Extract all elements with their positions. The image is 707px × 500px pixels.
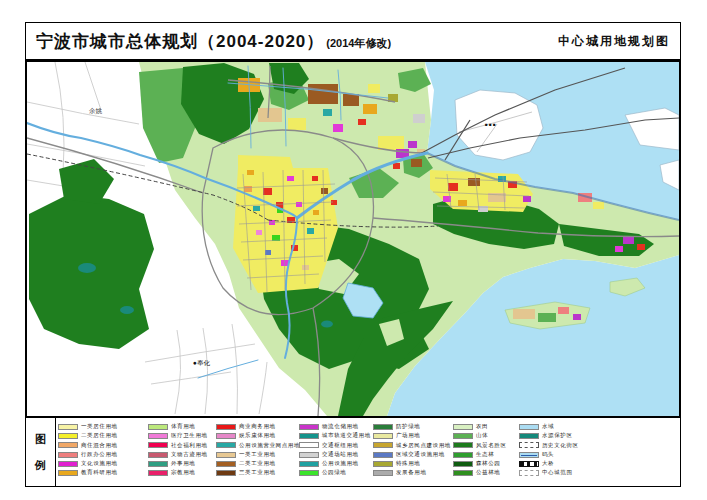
legend-item: 风景名胜区 (453, 442, 507, 448)
legend-column: 物流仓储用地城市轨道交通用地交通枢纽用地交通场站用地公用设施用地公园绿地 (299, 424, 371, 479)
legend-item: 城乡居民点建设用地 (373, 442, 451, 448)
legend-column: 水域水源保护区历史文化街区码头大桥中心城范围 (519, 424, 579, 479)
legend-item: 商业商务用地 (216, 424, 300, 430)
legend-label: 教育科研用地 (81, 470, 118, 476)
legend-label: 公用设施营业网点用地 (239, 443, 300, 449)
map-frame: ■ ■ ■ (25, 60, 681, 418)
legend-swatch-bridge (519, 461, 539, 467)
legend-label: 文物古迹用地 (171, 452, 208, 458)
legend-label: 风景名胜区 (476, 443, 507, 449)
legend-label: 发展备用地 (396, 470, 427, 476)
legend-label: 中心城范围 (542, 470, 573, 476)
legend-swatch-solid (216, 424, 236, 430)
legend-item: 医疗卫生用地 (148, 433, 208, 439)
legend-item: 水域 (519, 424, 579, 430)
legend-label: 城乡居民点建设用地 (396, 443, 451, 449)
legend-label: 物流仓储用地 (322, 424, 359, 430)
legend-item: 商住混合用地 (58, 442, 118, 448)
legend-label: 社会福利用地 (171, 443, 208, 449)
legend-swatch-solid (519, 424, 539, 430)
legend-item: 二类工业用地 (216, 461, 300, 467)
legend-swatch-solid (373, 433, 393, 439)
legend-item: 防护绿地 (373, 424, 451, 430)
legend-swatch-solid (148, 461, 168, 467)
legend-label: 公益林地 (476, 470, 500, 476)
legend-item: 历史文化街区 (519, 442, 579, 448)
legend-item: 公用设施营业网点用地 (216, 442, 300, 448)
legend-item: 公园绿地 (299, 470, 371, 476)
legend-item: 生态林 (453, 452, 507, 458)
legend-item: 三类工业用地 (216, 470, 300, 476)
legend-swatch-solid (373, 461, 393, 467)
legend-item: 中心城范围 (519, 470, 579, 476)
legend-column: 体育用地医疗卫生用地社会福利用地文物古迹用地外事用地宗教用地 (148, 424, 208, 479)
legend-label: 城市轨道交通用地 (322, 433, 371, 439)
legend-swatch-solid (58, 461, 78, 467)
legend-swatch-solid (299, 424, 319, 430)
legend-swatch-solid (453, 452, 473, 458)
legend-swatch-solid (58, 470, 78, 476)
legend-swatch-solid (299, 442, 319, 448)
legend-label: 交通场站用地 (322, 452, 359, 458)
legend-swatch-solid (299, 433, 319, 439)
legend-label: 商业商务用地 (239, 424, 276, 430)
plan-title: 宁波市城市总体规划（2004-2020） (36, 30, 324, 53)
island-marks: ■ ■ ■ (485, 122, 496, 127)
plan-revision-note: (2014年修改) (326, 36, 391, 51)
legend-title-char-2: 例 (35, 458, 46, 473)
legend-item: 农田 (453, 424, 507, 430)
legend-label: 公园绿地 (322, 470, 346, 476)
legend-item: 水源保护区 (519, 433, 579, 439)
legend-label: 三类工业用地 (239, 470, 276, 476)
legend-swatch-solid (216, 470, 236, 476)
legend-item: 城市轨道交通用地 (299, 433, 371, 439)
legend-item: 区域交通设施用地 (373, 452, 451, 458)
legend-swatch-solid (299, 461, 319, 467)
legend-title: 图 例 (26, 418, 56, 486)
legend-label: 医疗卫生用地 (171, 433, 208, 439)
legend-label: 水域 (542, 424, 554, 430)
legend-swatch-pier (519, 452, 539, 458)
legend-item: 码头 (519, 452, 579, 458)
legend-swatch-solid (58, 424, 78, 430)
legend-swatch-solid (58, 433, 78, 439)
legend-item: 森林公园 (453, 461, 507, 467)
legend-item: 外事用地 (148, 461, 208, 467)
legend-item: 宗教用地 (148, 470, 208, 476)
legend-label: 二类工业用地 (239, 461, 276, 467)
legend-label: 农田 (476, 424, 488, 430)
legend-swatch-solid (453, 442, 473, 448)
legend-swatch-solid (519, 433, 539, 439)
legend-columns: 一类居住用地二类居住用地商住混合用地行政办公用地文化设施用地教育科研用地体育用地… (56, 424, 678, 484)
legend-item: 交通场站用地 (299, 452, 371, 458)
legend-item: 社会福利用地 (148, 442, 208, 448)
legend-column: 农田山体风景名胜区生态林森林公园公益林地 (453, 424, 507, 479)
legend-column: 防护绿地广场用地城乡居民点建设用地区域交通设施用地特殊用地发展备用地 (373, 424, 451, 479)
legend-item: 文物古迹用地 (148, 452, 208, 458)
place-label-fenghua: ●奉化 (193, 359, 210, 367)
legend-label: 商住混合用地 (81, 443, 118, 449)
legend-label: 森林公园 (476, 461, 500, 467)
legend-swatch-solid (148, 452, 168, 458)
legend-item: 发展备用地 (373, 470, 451, 476)
legend-swatch-solid (453, 424, 473, 430)
land-use-map: ■ ■ ■ (27, 62, 679, 416)
legend-swatch-solid (453, 470, 473, 476)
legend-label: 山体 (476, 433, 488, 439)
map-subtitle: 中心城用地规划图 (558, 33, 670, 50)
legend-swatch-boundary (519, 470, 539, 476)
legend-item: 行政办公用地 (58, 452, 118, 458)
legend-label: 二类居住用地 (81, 433, 118, 439)
legend-swatch-solid (373, 452, 393, 458)
legend-swatch-solid (148, 433, 168, 439)
legend-swatch-solid (373, 470, 393, 476)
legend-column: 商业商务用地娱乐康体用地公用设施营业网点用地一类工业用地二类工业用地三类工业用地 (216, 424, 300, 479)
legend-label: 历史文化街区 (542, 443, 579, 449)
legend-swatch-solid (299, 452, 319, 458)
legend-box: 图 例 一类居住用地二类居住用地商住混合用地行政办公用地文化设施用地教育科研用地… (25, 417, 681, 487)
legend-label: 体育用地 (171, 424, 195, 430)
place-label-yuyao: 余姚 (89, 107, 103, 115)
legend-item: 文化设施用地 (58, 461, 118, 467)
legend-label: 防护绿地 (396, 424, 420, 430)
legend-swatch-dashed (519, 442, 539, 448)
